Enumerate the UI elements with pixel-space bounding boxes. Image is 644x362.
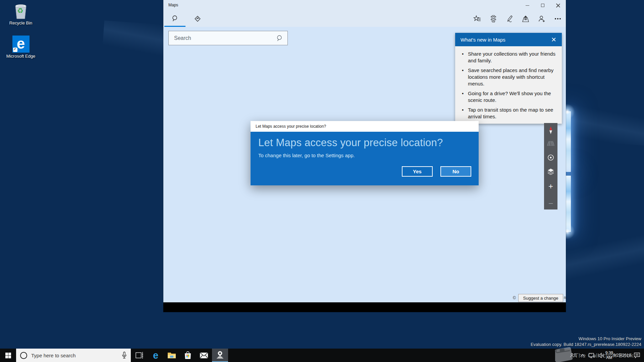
whats-new-panel: What's new in Maps Share your collection… xyxy=(455,33,562,124)
whats-new-bullet: Tap on transit stops on the map to see a… xyxy=(461,107,557,120)
zoom-out-button[interactable]: – xyxy=(544,197,557,209)
cortana-icon[interactable] xyxy=(20,352,27,359)
ink-button[interactable] xyxy=(501,11,518,27)
maps-toolbar xyxy=(469,11,566,27)
search-icon xyxy=(171,15,179,22)
volume-icon xyxy=(598,353,605,358)
sign-in-button[interactable] xyxy=(534,11,550,27)
see-more-button[interactable] xyxy=(550,11,566,27)
plus-icon: + xyxy=(548,183,553,190)
zoom-in-button[interactable]: + xyxy=(544,181,557,192)
ellipsis-icon xyxy=(557,18,558,19)
windows-build-watermark: Windows 10 Pro Insider Preview Evaluatio… xyxy=(531,336,641,347)
taskbar-store-button[interactable] xyxy=(180,349,196,362)
traffic-button[interactable] xyxy=(485,11,501,27)
start-button[interactable] xyxy=(0,349,16,362)
minus-icon: – xyxy=(549,199,553,207)
volume-button[interactable] xyxy=(596,349,606,362)
desktop-icon-label: Microsoft Edge xyxy=(5,54,37,59)
map-search-box xyxy=(168,31,288,45)
maximize-button[interactable] xyxy=(535,0,550,11)
taskbar-clock[interactable]: 9:39 AM 9/23/2018 xyxy=(606,349,630,362)
desktop-icon-recycle-bin[interactable]: Recycle Bin xyxy=(5,3,37,26)
clock-date: 9/23/2018 xyxy=(613,353,631,358)
layers-icon xyxy=(547,168,554,175)
map-search-input[interactable] xyxy=(169,35,275,41)
taskbar-maps-button[interactable] xyxy=(212,349,228,362)
copyright-text-tail: n xyxy=(564,295,566,300)
whats-new-bullet: Save searched places and find nearby loc… xyxy=(461,67,557,87)
minimize-button[interactable] xyxy=(520,0,535,11)
window-bottom-bar xyxy=(163,302,566,312)
whats-new-header: What's new in Maps xyxy=(455,33,562,46)
task-view-button[interactable] xyxy=(131,349,148,362)
window-controls xyxy=(520,0,566,11)
location-permission-dialog: Let Maps access your precise location? L… xyxy=(251,121,479,185)
shortcut-arrow-icon xyxy=(13,48,17,52)
taskbar-search-box xyxy=(16,349,131,362)
wallpaper-glow-bar xyxy=(566,111,571,172)
locate-me-button[interactable] xyxy=(544,152,557,163)
chevron-up-icon xyxy=(580,354,585,357)
whats-new-body: Share your collections with your friends… xyxy=(455,46,562,124)
action-center-button[interactable] xyxy=(630,349,644,362)
directions-icon xyxy=(194,15,202,23)
network-button[interactable] xyxy=(587,349,596,362)
whats-new-title: What's new in Maps xyxy=(461,37,550,43)
taskbar-edge-button[interactable] xyxy=(148,349,164,362)
maps-tabbar xyxy=(163,11,566,27)
dialog-heading: Let Maps access your precise location? xyxy=(258,137,443,149)
close-icon xyxy=(556,3,560,7)
desktop: Recycle Bin Microsoft Edge Windows 10 Pr… xyxy=(0,0,644,362)
watermark-line2: Evaluation copy. Build 18247.rs_prerelea… xyxy=(531,342,641,347)
tilt-grid-icon xyxy=(547,141,554,146)
ink-pen-icon xyxy=(505,15,514,23)
maps-app-icon xyxy=(216,351,224,359)
yes-button[interactable]: Yes xyxy=(402,166,433,177)
microsoft-store-icon xyxy=(184,351,192,359)
3d-cities-icon xyxy=(522,15,530,23)
watermark-line1: Windows 10 Pro Insider Preview xyxy=(531,336,641,342)
close-button[interactable] xyxy=(550,0,566,11)
dialog-subtext: To change this later, go to the Settings… xyxy=(258,153,355,158)
search-icon[interactable] xyxy=(275,35,283,42)
traffic-light-icon xyxy=(490,15,497,23)
whats-new-close-button[interactable] xyxy=(550,36,557,43)
people-button[interactable] xyxy=(568,349,578,362)
tab-directions[interactable] xyxy=(188,11,207,27)
system-tray: 9:39 AM 9/23/2018 xyxy=(568,349,644,362)
people-icon xyxy=(570,353,577,358)
tilt-button[interactable] xyxy=(544,138,557,149)
task-view-icon xyxy=(136,352,144,359)
favorites-button[interactable] xyxy=(469,11,485,27)
copyright-text: © xyxy=(513,296,516,300)
window-title: Maps xyxy=(168,3,178,7)
taskbar-mail-button[interactable] xyxy=(196,349,212,362)
windows-logo-icon xyxy=(5,353,11,358)
whats-new-bullet: Share your collections with your friends… xyxy=(461,51,557,64)
compass-button[interactable] xyxy=(544,124,557,136)
show-hidden-icons-button[interactable] xyxy=(578,349,587,362)
edge-logo-icon xyxy=(12,36,30,53)
locate-me-icon xyxy=(547,154,554,161)
dialog-titlebar: Let Maps access your precise location? xyxy=(251,121,479,132)
tab-search[interactable] xyxy=(164,11,185,27)
mail-icon xyxy=(200,352,208,359)
suggest-a-change-button[interactable]: Suggest a change xyxy=(518,294,563,302)
compass-icon xyxy=(548,126,553,134)
microphone-icon[interactable] xyxy=(122,352,127,359)
desktop-icon-label: Recycle Bin xyxy=(5,20,37,26)
action-center-icon xyxy=(634,352,640,359)
taskbar: 9:39 AM 9/23/2018 The Collection Book xyxy=(0,349,644,362)
maps-titlebar: Maps xyxy=(163,0,566,11)
network-icon xyxy=(588,353,595,358)
file-explorer-icon xyxy=(167,352,176,359)
recycle-bin-icon xyxy=(12,3,30,19)
map-views-button[interactable] xyxy=(544,166,557,177)
clock-time: 9:39 AM xyxy=(605,351,613,360)
taskbar-search-input[interactable] xyxy=(27,353,122,358)
taskbar-file-explorer-button[interactable] xyxy=(164,349,180,362)
desktop-icon-microsoft-edge[interactable]: Microsoft Edge xyxy=(5,36,37,59)
3d-cities-button[interactable] xyxy=(518,11,534,27)
no-button[interactable]: No xyxy=(440,166,471,177)
